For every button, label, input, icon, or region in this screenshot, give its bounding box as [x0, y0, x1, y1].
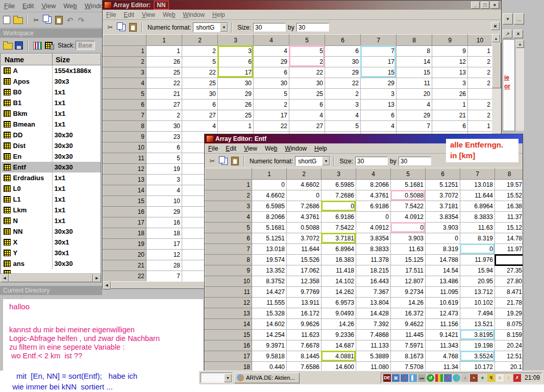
- cell-2-5[interactable]: 0.5088: [391, 190, 426, 201]
- cell-3-6[interactable]: 29: [325, 67, 361, 78]
- menu-item-view[interactable]: View: [41, 2, 56, 10]
- cell-15-1[interactable]: 14.254: [252, 330, 287, 340]
- volume-icon[interactable]: ♪: [461, 374, 469, 382]
- row-header-7[interactable]: 7: [205, 244, 252, 255]
- cell-6-4[interactable]: 3.8354: [356, 233, 391, 244]
- open-file-icon[interactable]: [12, 14, 23, 26]
- taskbar-combo[interactable]: ▼: [201, 373, 232, 383]
- numeric-format-select[interactable]: shortG ▼: [193, 22, 228, 32]
- variable-row-L1[interactable]: L11x1: [2, 194, 101, 205]
- cell-8-5[interactable]: 27: [289, 121, 325, 132]
- app-icon-1[interactable]: ●: [470, 374, 478, 382]
- cell-4-4[interactable]: 0: [356, 212, 391, 223]
- cell-14-1[interactable]: 4: [146, 185, 182, 196]
- cell-12-8[interactable]: 21.78: [495, 298, 523, 308]
- cell-2-7[interactable]: 17: [361, 57, 397, 67]
- cell-2-3[interactable]: 6: [218, 57, 254, 67]
- new-file-icon[interactable]: [1, 14, 12, 26]
- cell-4-5[interactable]: 4.0912: [391, 212, 426, 223]
- cell-4-7[interactable]: 8.3833: [460, 212, 495, 223]
- cell-5-3[interactable]: 7.5422: [322, 223, 356, 233]
- cell-11-3[interactable]: 14.262: [322, 287, 356, 298]
- cell-8-10[interactable]: 1: [468, 121, 492, 132]
- cut-icon[interactable]: ✂: [31, 14, 42, 26]
- row-header-20[interactable]: 20: [103, 250, 146, 260]
- cell-12-7[interactable]: 10.102: [460, 298, 495, 308]
- cell-1-3[interactable]: 3: [218, 46, 254, 57]
- update-icon[interactable]: ↺: [427, 374, 434, 382]
- cell-5-7[interactable]: 11.63: [460, 223, 495, 233]
- cell-13-3[interactable]: 9.0493: [322, 308, 356, 319]
- copy-icon[interactable]: [218, 156, 229, 167]
- row-header-9[interactable]: 9: [103, 132, 146, 142]
- cell-7-7[interactable]: 6: [361, 110, 397, 121]
- workspace-panel-header[interactable]: Workspace: [0, 29, 102, 38]
- cell-3-8[interactable]: 16.38: [495, 201, 523, 212]
- cell-3-1[interactable]: 6.5985: [252, 201, 287, 212]
- row-header-1[interactable]: 1: [103, 46, 146, 57]
- scroll-up-icon[interactable]: ▲: [492, 34, 500, 42]
- chevron-down-icon[interactable]: ▼: [220, 23, 228, 32]
- column-header-3[interactable]: 3: [218, 35, 254, 46]
- close-icon[interactable]: ×: [513, 30, 523, 38]
- column-header-4[interactable]: 4: [356, 168, 391, 180]
- copy-icon[interactable]: [116, 22, 127, 33]
- cell-5-5[interactable]: 25: [289, 89, 325, 100]
- cell-3-10[interactable]: 2: [468, 67, 492, 78]
- cell-1-1[interactable]: 1: [146, 46, 182, 57]
- cell-14-5[interactable]: 9.4622: [391, 319, 426, 330]
- cell-1-8[interactable]: 19.57: [495, 180, 523, 190]
- variable-row-Apos[interactable]: Apos30x3: [2, 76, 101, 87]
- menu-item-file[interactable]: File: [4, 2, 15, 10]
- cell-9-5[interactable]: 17.511: [391, 265, 426, 276]
- cell-2-7[interactable]: 11.644: [460, 190, 495, 201]
- row-header-15[interactable]: 15: [103, 196, 146, 207]
- cell-2-1[interactable]: 4.6602: [252, 190, 287, 201]
- cell-17-1[interactable]: 9.5818: [252, 351, 287, 362]
- cut-icon[interactable]: ✂: [207, 156, 218, 167]
- cell-10-3[interactable]: 14.102: [322, 276, 356, 287]
- cell-7-6[interactable]: 8.319: [426, 244, 460, 255]
- cell-1-5[interactable]: 5: [289, 46, 325, 57]
- variable-row-X[interactable]: X30x1: [2, 237, 101, 248]
- cell-8-1[interactable]: 19.574: [252, 255, 287, 265]
- cell-1-8[interactable]: 8: [397, 46, 432, 57]
- cell-1-2[interactable]: 4.6602: [287, 180, 322, 190]
- cell-4-3[interactable]: 6.9186: [322, 212, 356, 223]
- cell-4-9[interactable]: 3: [432, 78, 468, 89]
- cell-7-9[interactable]: 21: [432, 110, 468, 121]
- cell-8-6[interactable]: 5: [325, 121, 361, 132]
- column-header-1[interactable]: 1: [146, 35, 182, 46]
- paste-icon[interactable]: [229, 156, 240, 167]
- column-header-3[interactable]: 3: [322, 168, 356, 180]
- cell-11-7[interactable]: 13.712: [460, 287, 495, 298]
- menu-item-edit[interactable]: Edit: [123, 11, 134, 18]
- cell-10-8[interactable]: 27.80: [495, 276, 523, 287]
- cell-4-10[interactable]: 2: [468, 78, 492, 89]
- cell-12-6[interactable]: 10.619: [426, 298, 460, 308]
- display-color-icon[interactable]: [435, 374, 443, 382]
- cell-7-6[interactable]: 4: [325, 110, 361, 121]
- cell-6-3[interactable]: 26: [218, 100, 254, 110]
- cell-3-1[interactable]: 25: [146, 67, 182, 78]
- cell-7-4[interactable]: 8.3833: [356, 244, 391, 255]
- cell-13-4[interactable]: 14.428: [356, 308, 391, 319]
- row-header-16[interactable]: 16: [205, 340, 252, 351]
- variable-row-ans[interactable]: ans30x30: [2, 258, 101, 269]
- browse-button[interactable]: ...: [514, 13, 524, 24]
- cell-9-6[interactable]: 14.54: [426, 265, 460, 276]
- menu-item-view[interactable]: View: [244, 145, 257, 152]
- cell-12-4[interactable]: 13.804: [356, 298, 391, 308]
- row-header-12[interactable]: 12: [103, 164, 146, 175]
- cell-1-6[interactable]: 5.1251: [426, 180, 460, 190]
- menu-item-web[interactable]: Web: [163, 11, 175, 18]
- variable-row-A[interactable]: A1554x1886x: [2, 65, 101, 77]
- cell-1-4[interactable]: 8.2066: [356, 180, 391, 190]
- cell-14-1[interactable]: 14.602: [252, 319, 287, 330]
- network-error-icon[interactable]: ✗: [401, 374, 408, 382]
- cell-2-6[interactable]: 30: [325, 57, 361, 67]
- paste-icon[interactable]: [127, 22, 138, 33]
- plot-icon[interactable]: [32, 40, 43, 51]
- cell-11-4[interactable]: 7.367: [356, 287, 391, 298]
- pause-icon[interactable]: ║: [453, 374, 460, 382]
